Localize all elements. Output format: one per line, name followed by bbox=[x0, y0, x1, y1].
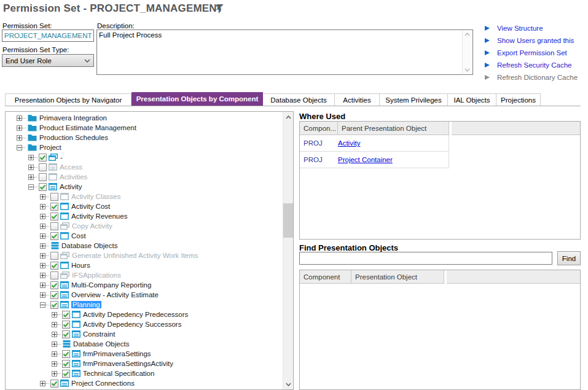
description-scrollbar[interactable] bbox=[462, 31, 472, 74]
tree-checkbox[interactable] bbox=[50, 281, 58, 289]
parent-object-link[interactable]: Activity bbox=[338, 139, 360, 147]
tree-item[interactable]: frmPrimaveraSettings bbox=[7, 349, 282, 359]
tree-item[interactable]: Multi-Company Reporting bbox=[7, 280, 282, 290]
tree-item-label[interactable]: Multi-Company Reporting bbox=[71, 281, 151, 289]
tree-item[interactable]: Primavera Integration bbox=[7, 113, 282, 123]
tree-item[interactable]: Activity Depedency Predecessors bbox=[7, 310, 282, 319]
expand-toggle-icon[interactable] bbox=[28, 174, 34, 180]
expand-toggle-icon[interactable] bbox=[52, 371, 57, 376]
expand-toggle-icon[interactable] bbox=[40, 283, 45, 288]
action-link-label[interactable]: View Structure bbox=[497, 25, 543, 32]
tree-item-label[interactable]: Project bbox=[39, 144, 61, 151]
expand-toggle-icon[interactable] bbox=[28, 155, 34, 160]
tree-checkbox[interactable] bbox=[50, 380, 58, 388]
scroll-down-icon[interactable] bbox=[283, 379, 293, 389]
tree-item-label[interactable]: Hours bbox=[71, 262, 90, 269]
tree-item-label[interactable]: Copy Activity bbox=[72, 222, 112, 230]
tree-item-label[interactable]: Activity Revenues bbox=[71, 213, 127, 220]
tree-item[interactable]: Constraint bbox=[7, 329, 282, 339]
permission-set-input[interactable] bbox=[2, 29, 94, 42]
expand-toggle-icon[interactable] bbox=[40, 302, 45, 308]
tree-checkbox[interactable] bbox=[62, 370, 70, 378]
tree-item-label[interactable]: Access bbox=[60, 163, 82, 171]
scrollbar-thumb[interactable] bbox=[283, 203, 293, 238]
tree-checkbox[interactable] bbox=[39, 183, 47, 191]
action-link[interactable]: View Structure bbox=[484, 22, 578, 34]
tree-item[interactable]: Activity Revenues bbox=[7, 211, 282, 221]
action-link-label[interactable]: Export Permission Set bbox=[497, 49, 567, 57]
find-input[interactable] bbox=[299, 252, 552, 265]
tree-item[interactable]: Technical Specification bbox=[7, 369, 282, 378]
tree-item-label[interactable]: Activity Depedency Predecessors bbox=[83, 311, 188, 318]
tree-item-label[interactable]: Overview - Activity Estimate bbox=[71, 291, 159, 298]
pin-icon[interactable] bbox=[215, 4, 223, 17]
expand-toggle-icon[interactable] bbox=[52, 332, 57, 337]
expand-toggle-icon[interactable] bbox=[17, 115, 22, 121]
tree-item[interactable]: IFSApplications bbox=[7, 270, 282, 280]
tree-item-label[interactable]: Activity Classes bbox=[71, 193, 121, 200]
tree-item-label[interactable]: Generate Unfinished Activity Work Items bbox=[72, 252, 198, 259]
expand-toggle-icon[interactable] bbox=[40, 292, 45, 298]
tree-checkbox[interactable] bbox=[39, 154, 47, 162]
tree-checkbox[interactable] bbox=[62, 330, 70, 338]
tree-checkbox[interactable] bbox=[50, 213, 58, 220]
find-button[interactable]: Find bbox=[557, 251, 581, 265]
expand-toggle-icon[interactable] bbox=[52, 312, 57, 318]
permission-set-type-select[interactable]: End User Role bbox=[2, 54, 94, 67]
tree-checkbox[interactable] bbox=[62, 360, 70, 368]
expand-toggle-icon[interactable] bbox=[40, 233, 45, 239]
tree-item[interactable]: Database Objects bbox=[7, 339, 282, 349]
tree-item-label[interactable]: Activity Depedency Successors bbox=[83, 321, 181, 328]
tab-presentation-objects-by-component[interactable]: Presentation Objects by Component bbox=[131, 92, 263, 106]
tree-item[interactable]: Planning bbox=[7, 300, 282, 310]
tree-checkbox[interactable] bbox=[50, 222, 58, 230]
parent-object-link[interactable]: Project Container bbox=[338, 156, 393, 163]
tree-item-label[interactable]: Database Objects bbox=[61, 242, 117, 249]
tree-item-label[interactable]: Project Connections bbox=[71, 380, 135, 387]
table-row[interactable]: PROJProject Container bbox=[300, 152, 449, 168]
tree-checkbox[interactable] bbox=[50, 262, 58, 270]
tree-checkbox[interactable] bbox=[50, 389, 58, 390]
tree-item-label[interactable]: IFSApplications bbox=[72, 271, 121, 279]
expand-toggle-icon[interactable] bbox=[17, 145, 22, 150]
tree-checkbox[interactable] bbox=[39, 163, 47, 171]
tree-item[interactable]: frmPrimaveraSettingsActivity bbox=[7, 359, 282, 369]
expand-toggle-icon[interactable] bbox=[52, 341, 57, 347]
tree-checkbox[interactable] bbox=[50, 301, 58, 309]
expand-toggle-icon[interactable] bbox=[40, 381, 45, 386]
tree-item[interactable]: Database Objects bbox=[7, 241, 282, 251]
tab-activities[interactable]: Activities bbox=[335, 93, 380, 106]
expand-toggle-icon[interactable] bbox=[40, 224, 45, 229]
tab-ial-objects[interactable]: IAL Objects bbox=[448, 93, 496, 106]
tree-item[interactable]: Activity Cost bbox=[7, 201, 282, 211]
table-row[interactable]: PROJActivity bbox=[300, 135, 449, 152]
tree-item[interactable]: Copy Activity bbox=[7, 221, 282, 231]
tree-item[interactable]: Cost bbox=[7, 231, 282, 241]
expand-toggle-icon[interactable] bbox=[40, 253, 45, 259]
action-link-label[interactable]: Refresh Security Cache bbox=[497, 61, 571, 69]
expand-toggle-icon[interactable] bbox=[40, 214, 45, 219]
tree-item-label[interactable]: Constraint bbox=[83, 330, 115, 338]
tab-projections[interactable]: Projections bbox=[496, 93, 541, 106]
scroll-up-icon[interactable] bbox=[283, 112, 293, 122]
tree-item[interactable]: Overview - Activity Estimate bbox=[7, 290, 282, 300]
expand-toggle-icon[interactable] bbox=[40, 243, 45, 249]
tree-checkbox[interactable] bbox=[50, 252, 58, 260]
tree-item[interactable]: Activity Classes bbox=[7, 192, 282, 201]
expand-toggle-icon[interactable] bbox=[40, 204, 45, 209]
tree-checkbox[interactable] bbox=[50, 291, 58, 299]
tree-item[interactable] bbox=[7, 388, 282, 389]
tree-item-label[interactable]: Technical Specification bbox=[83, 370, 154, 377]
tree-checkbox[interactable] bbox=[50, 232, 58, 240]
tree-scrollbar[interactable] bbox=[283, 112, 293, 389]
tree-item-label[interactable]: Activity Cost bbox=[71, 203, 110, 210]
expand-toggle-icon[interactable] bbox=[52, 322, 57, 327]
tree-checkbox[interactable] bbox=[62, 311, 70, 319]
action-link[interactable]: Export Permission Set bbox=[484, 47, 578, 59]
action-link[interactable]: Refresh Security Cache bbox=[484, 59, 578, 71]
tree-item[interactable]: Activities bbox=[7, 172, 282, 182]
action-link-label[interactable]: Refresh Dictionary Cache bbox=[497, 74, 578, 81]
action-link-label[interactable]: Show Users granted this bbox=[497, 37, 574, 44]
tree-item-label[interactable]: Primavera Integration bbox=[39, 114, 107, 122]
expand-toggle-icon[interactable] bbox=[17, 125, 22, 131]
